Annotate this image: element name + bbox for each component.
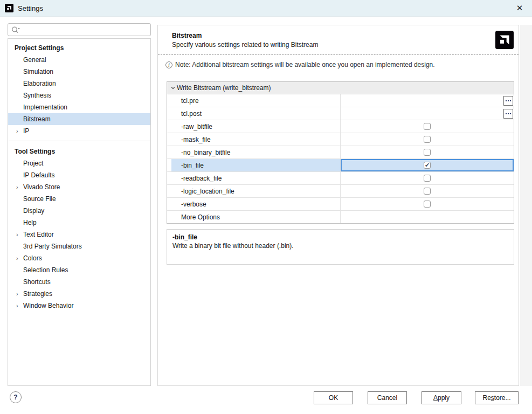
option-value-cell[interactable] xyxy=(341,107,514,120)
option-name: -raw_bitfile xyxy=(181,123,212,130)
table-row-more-options[interactable]: More Options xyxy=(167,211,514,223)
option-name: -logic_location_file xyxy=(181,188,234,195)
chevron-right-icon: › xyxy=(16,288,23,300)
group-header[interactable]: Write Bitstream (write_bitstream) xyxy=(167,82,514,94)
option-name: More Options xyxy=(181,213,220,221)
sidebar-item-3rd-party-simulators[interactable]: 3rd Party Simulators xyxy=(8,240,150,252)
chevron-right-icon: › xyxy=(16,252,23,264)
sidebar-item-colors[interactable]: › Colors xyxy=(8,252,150,264)
row-gutter xyxy=(167,133,171,146)
sidebar-item-general[interactable]: General xyxy=(8,54,150,66)
sidebar-item-label: Implementation xyxy=(23,104,67,111)
sidebar-item-label: Simulation xyxy=(23,68,53,75)
sidebar-item-synthesis[interactable]: Synthesis xyxy=(8,89,150,101)
app-logo-icon xyxy=(5,4,13,12)
help-button[interactable]: ? xyxy=(10,391,22,403)
row-gutter xyxy=(167,120,171,133)
page-title: Bitstream xyxy=(172,32,202,39)
description-box: -bin_file Write a binary bit file withou… xyxy=(167,229,514,265)
sidebar-item-label: Text Editor xyxy=(23,231,54,238)
sidebar-item-elaboration[interactable]: Elaboration xyxy=(8,78,150,89)
mask-file-checkbox[interactable] xyxy=(424,136,431,143)
vendor-logo-icon xyxy=(495,31,514,49)
sidebar-item-text-editor[interactable]: › Text Editor xyxy=(8,229,150,240)
ok-button[interactable]: OK xyxy=(314,391,353,404)
apply-button[interactable]: Apply xyxy=(422,391,461,404)
option-value-cell[interactable] xyxy=(341,146,514,158)
sidebar-item-bitstream[interactable]: Bitstream xyxy=(8,113,150,125)
bin-file-checkbox[interactable] xyxy=(424,162,431,169)
no-binary-bitfile-checkbox[interactable] xyxy=(424,149,431,156)
sidebar-item-ip[interactable]: › IP xyxy=(8,125,150,137)
option-name: -bin_file xyxy=(181,162,204,169)
panel-header: Bitstream Specify various settings relat… xyxy=(158,25,519,55)
group-header-label: Write Bitstream (write_bitstream) xyxy=(177,82,271,94)
table-row-no-binary-bitfile[interactable]: -no_binary_bitfile xyxy=(167,146,514,159)
row-gutter xyxy=(167,146,171,158)
table-row-raw-bitfile[interactable]: -raw_bitfile xyxy=(167,120,514,133)
option-name: tcl.post xyxy=(181,110,202,118)
sidebar-item-display[interactable]: Display xyxy=(8,205,150,217)
option-value-cell[interactable] xyxy=(341,172,514,184)
option-value-cell[interactable] xyxy=(341,185,514,197)
sidebar-item-label: Source File xyxy=(23,195,56,203)
sidebar-item-label: Project xyxy=(23,160,43,167)
sidebar-item-help[interactable]: Help xyxy=(8,217,150,229)
chevron-right-icon: › xyxy=(16,125,23,137)
sidebar-item-window-behavior[interactable]: › Window Behavior xyxy=(8,300,150,312)
table-row-mask-file[interactable]: -mask_file xyxy=(167,133,514,146)
description-title: -bin_file xyxy=(172,233,508,241)
panel-scrollbar-track[interactable] xyxy=(520,25,532,386)
sidebar-section: Project Settings General Simulation Elab… xyxy=(8,42,150,137)
sidebar-item-ip-defaults[interactable]: IP Defaults xyxy=(8,169,150,181)
verbose-checkbox[interactable] xyxy=(424,201,431,208)
sidebar-section-header: Project Settings xyxy=(8,42,150,54)
logic-location-file-checkbox[interactable] xyxy=(424,188,431,195)
cancel-button[interactable]: Cancel xyxy=(368,391,407,404)
bitstream-panel: Bitstream Specify various settings relat… xyxy=(157,25,519,386)
table-row-tcl-pre[interactable]: tcl.pre xyxy=(167,94,514,107)
browse-button[interactable] xyxy=(503,96,513,106)
sidebar-item-label: Synthesis xyxy=(23,92,51,99)
table-row-readback-file[interactable]: -readback_file xyxy=(167,172,514,185)
search-input[interactable] xyxy=(8,23,151,36)
table-row-logic-location-file[interactable]: -logic_location_file xyxy=(167,185,514,198)
option-value-cell[interactable] xyxy=(341,198,514,210)
close-icon[interactable]: ✕ xyxy=(513,0,527,16)
option-value-cell[interactable] xyxy=(341,159,514,171)
raw-bitfile-checkbox[interactable] xyxy=(424,123,431,130)
row-gutter xyxy=(167,159,171,171)
sidebar-item-label: Display xyxy=(23,207,44,215)
option-name: -verbose xyxy=(181,201,206,208)
option-name: -readback_file xyxy=(181,175,222,182)
sidebar-item-simulation[interactable]: Simulation xyxy=(8,66,150,78)
table-row-verbose[interactable]: -verbose xyxy=(167,198,514,211)
sidebar-item-label: 3rd Party Simulators xyxy=(23,243,82,250)
option-value-cell[interactable] xyxy=(341,120,514,133)
options-table: Write Bitstream (write_bitstream) tcl.pr… xyxy=(167,81,514,224)
row-gutter xyxy=(167,172,171,184)
sidebar-item-shortcuts[interactable]: Shortcuts xyxy=(8,276,150,288)
option-name: -mask_file xyxy=(181,136,211,143)
chevron-right-icon: › xyxy=(16,181,23,193)
row-gutter xyxy=(167,94,171,107)
table-row-tcl-post[interactable]: tcl.post xyxy=(167,107,514,120)
sidebar-item-implementation[interactable]: Implementation xyxy=(8,101,150,113)
sidebar-item-vivado-store[interactable]: › Vivado Store xyxy=(8,181,150,193)
sidebar-item-label: Selection Rules xyxy=(23,266,68,274)
sidebar-item-label: IP Defaults xyxy=(23,171,54,179)
readback-file-checkbox[interactable] xyxy=(424,175,431,182)
sidebar-item-strategies[interactable]: › Strategies xyxy=(8,288,150,300)
option-value-cell[interactable] xyxy=(341,133,514,146)
option-value-cell[interactable] xyxy=(341,211,514,223)
sidebar-item-project[interactable]: Project xyxy=(8,157,150,169)
table-row-bin-file[interactable]: -bin_file xyxy=(167,159,514,172)
browse-button[interactable] xyxy=(503,109,513,119)
option-value-cell[interactable] xyxy=(341,94,514,107)
sidebar-section-header: Tool Settings xyxy=(8,146,150,157)
sidebar-item-source-file[interactable]: Source File xyxy=(8,193,150,205)
restore-button[interactable]: Restore... xyxy=(475,391,519,404)
sidebar-item-selection-rules[interactable]: Selection Rules xyxy=(8,264,150,276)
option-name: -no_binary_bitfile xyxy=(181,149,230,156)
sidebar-item-label: Shortcuts xyxy=(23,278,51,286)
